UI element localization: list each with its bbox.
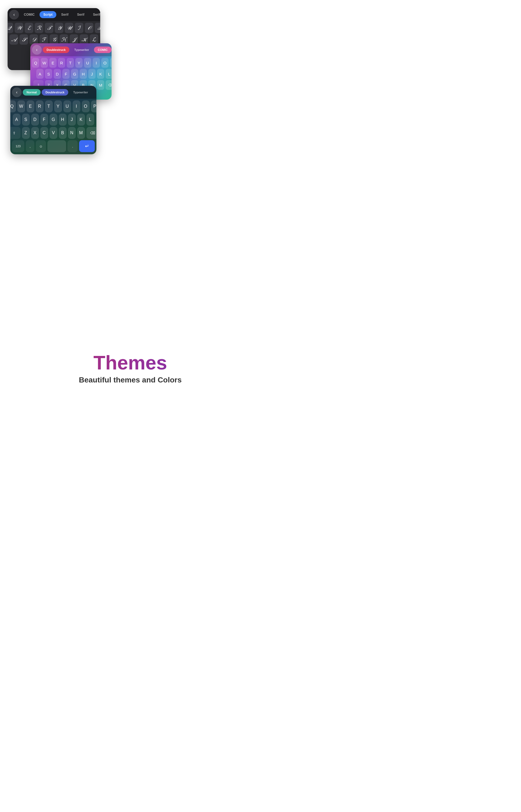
kb2-key-d[interactable]: D [53, 69, 61, 79]
kb3-num-key[interactable]: 123 [12, 140, 24, 152]
kb2-key-h[interactable]: H [80, 69, 87, 79]
kb2-key-e[interactable]: E [49, 58, 56, 68]
kb2-key-q[interactable]: Q [32, 58, 39, 68]
kb1-key-o[interactable]: 𝒪 [85, 23, 93, 33]
kb2-key-m[interactable]: M [97, 80, 104, 90]
kb1-row1: 𝒬 𝒲 ℰ ℛ 𝒯 𝒴 𝒰 ℐ 𝒪 𝒫 [9, 23, 98, 33]
kb2-tab-typewriter[interactable]: Typewriter [70, 47, 93, 53]
kb1-tab-comic[interactable]: COMIC [20, 11, 39, 18]
kb3-key-z[interactable]: Z [22, 127, 30, 139]
kb3-tab-normal[interactable]: Normal [23, 89, 41, 96]
kb2-key-p[interactable]: P [110, 58, 112, 68]
kb2-key-t[interactable]: T [67, 58, 74, 68]
kb3-key-q[interactable]: Q [10, 100, 16, 112]
kb2-tab-doublestruck[interactable]: Doublestruck [43, 47, 69, 53]
themes-subtitle: Beautiful themes and Colors [0, 376, 260, 384]
kb1-key-w[interactable]: 𝒲 [15, 23, 23, 33]
kb3-key-u[interactable]: U [63, 100, 71, 112]
kb3-key-c[interactable]: C [40, 127, 48, 139]
kb3-key-o[interactable]: O [82, 100, 90, 112]
kb3-key-n[interactable]: N [68, 127, 76, 139]
kb1-key-u[interactable]: 𝒰 [65, 23, 73, 33]
kb3-key-p[interactable]: P [91, 100, 97, 112]
kb1-key-q[interactable]: 𝒬 [7, 23, 13, 33]
kb3-dot-key[interactable]: . [67, 140, 78, 152]
themes-section: Themes Beautiful themes and Colors [0, 352, 260, 384]
kb2-tab-comic[interactable]: COMIC [94, 47, 112, 53]
kb3-enter-key[interactable]: ↵ [79, 140, 95, 152]
kb3-key-w[interactable]: W [17, 100, 25, 112]
kb3-key-b[interactable]: B [59, 127, 67, 139]
kb3-key-f[interactable]: F [40, 114, 48, 126]
kb3-tab-typewriter[interactable]: Typewriter [69, 89, 92, 96]
kb1-key-t[interactable]: 𝒯 [45, 23, 53, 33]
kb3-key-r[interactable]: R [36, 100, 44, 112]
kb3-tab-doublestruck[interactable]: Doublestruck [42, 89, 68, 96]
kb3-key-a[interactable]: A [13, 114, 21, 126]
kb3-key-e[interactable]: E [26, 100, 35, 112]
kb2-key-u[interactable]: U [84, 58, 91, 68]
kb3-key-y[interactable]: Y [54, 100, 62, 112]
kb3-key-l[interactable]: L [86, 114, 94, 126]
kb1-back-button[interactable]: ‹ [9, 10, 19, 20]
kb3-key-t[interactable]: T [45, 100, 53, 112]
kb1-key-y[interactable]: 𝒴 [55, 23, 63, 33]
kb3-row3: ⇧ Z X C V B N M ⌫ [12, 127, 95, 139]
kb2-key-l[interactable]: L [106, 69, 112, 79]
kb2-key-r[interactable]: R [58, 58, 65, 68]
kb3-row2: A S D F G H J K L [12, 114, 95, 126]
kb3-bottom-row: 123 , ☺ . ↵ [10, 139, 96, 154]
kb2-tab-bar: ‹ Doublestruck Typewriter COMIC [30, 43, 112, 56]
kb3-row1: Q W E R T Y U I O P [12, 100, 95, 112]
kb1-key-p[interactable]: 𝒫 [95, 23, 100, 33]
kb2-back-button[interactable]: ‹ [32, 45, 42, 55]
keyboards-container: ‹ COMIC Script Serif Serif Serif 𝒬 𝒲 ℰ ℛ… [0, 4, 260, 150]
kb1-key-e[interactable]: ℰ [25, 23, 33, 33]
kb3-key-i[interactable]: I [73, 100, 81, 112]
kb3-key-d[interactable]: D [31, 114, 39, 126]
kb3-key-m[interactable]: M [77, 127, 85, 139]
kb3-space-key[interactable] [47, 140, 66, 152]
kb1-tab-script[interactable]: Script [40, 11, 56, 18]
kb2-backspace-key[interactable]: ⌫ [106, 80, 112, 90]
kb3-key-g[interactable]: G [49, 114, 58, 126]
kb2-key-a[interactable]: A [36, 69, 44, 79]
kb2-key-g[interactable]: G [71, 69, 78, 79]
kb3-emoji-key[interactable]: ☺ [36, 140, 46, 152]
kb3-key-rows: Q W E R T Y U I O P A S D F G H J K L [10, 99, 96, 139]
kb3-tab-bar: ‹ Normal Doublestruck Typewriter [10, 86, 96, 99]
kb2-key-y[interactable]: Y [75, 58, 83, 68]
themes-title: Themes [0, 352, 260, 374]
kb3-key-x[interactable]: X [31, 127, 39, 139]
kb2-key-i[interactable]: I [93, 58, 100, 68]
kb1-key-r[interactable]: ℛ [35, 23, 43, 33]
kb3-comma-key[interactable]: , [26, 140, 35, 152]
kb3-key-k[interactable]: K [77, 114, 85, 126]
kb3-backspace-key[interactable]: ⌫ [86, 127, 97, 139]
kb1-tab-serif3[interactable]: Serif [89, 11, 100, 18]
kb2-key-o[interactable]: O [101, 58, 109, 68]
kb1-tab-bar: ‹ COMIC Script Serif Serif Serif [7, 8, 100, 21]
kb3-shift-key[interactable]: ⇧ [10, 127, 21, 139]
keyboard-normal: ‹ Normal Doublestruck Typewriter Q W E R… [10, 86, 96, 154]
kb2-row2: A S D F G H J K L [32, 69, 112, 79]
kb3-back-button[interactable]: ‹ [12, 88, 22, 97]
kb3-key-v[interactable]: V [49, 127, 58, 139]
kb2-key-s[interactable]: S [45, 69, 52, 79]
kb1-key-a[interactable]: 𝒜 [9, 34, 18, 45]
kb3-key-s[interactable]: S [22, 114, 30, 126]
kb1-key-i[interactable]: ℐ [75, 23, 84, 33]
kb2-key-f[interactable]: F [62, 69, 70, 79]
kb2-key-k[interactable]: K [97, 69, 104, 79]
kb1-key-s[interactable]: 𝒮 [20, 34, 28, 45]
kb2-key-rows: Q W E R T Y U I O P A S D [30, 56, 112, 90]
kb3-key-j[interactable]: J [68, 114, 76, 126]
kb2-row1: Q W E R T Y U I O P [32, 58, 112, 68]
kb3-key-h[interactable]: H [59, 114, 67, 126]
kb2-key-j[interactable]: J [88, 69, 96, 79]
kb1-tab-serif1[interactable]: Serif [58, 11, 72, 18]
kb2-key-w[interactable]: W [41, 58, 48, 68]
kb1-tab-serif2[interactable]: Serif [73, 11, 88, 18]
